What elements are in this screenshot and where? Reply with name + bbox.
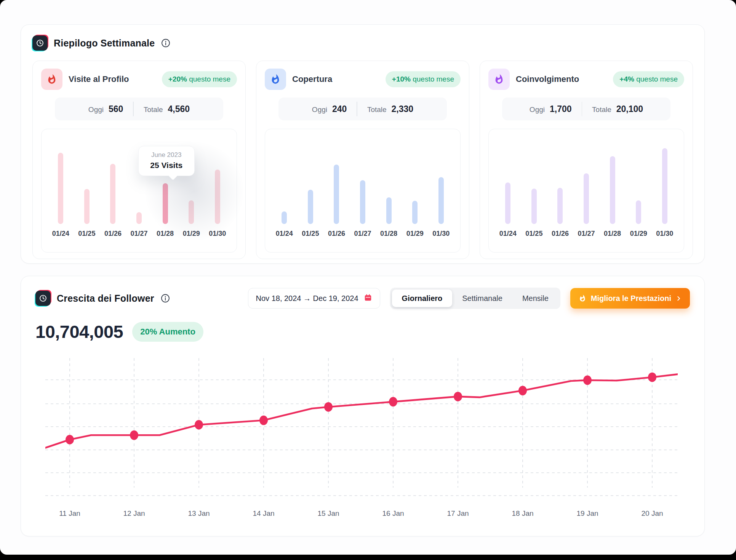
x-axis-label: 15 Jan <box>317 509 339 517</box>
x-axis-label: 16 Jan <box>382 509 404 517</box>
follower-growth-chart[interactable]: 11 Jan12 Jan13 Jan14 Jan15 Jan16 Jan17 J… <box>45 350 690 522</box>
bar[interactable] <box>334 165 339 224</box>
bar-column[interactable]: 01/24 <box>495 182 521 238</box>
metric-cards-row: Visite al Profilo +20% questo mese Oggi … <box>32 61 693 259</box>
bar[interactable] <box>386 197 392 224</box>
bar-column[interactable]: 01/29 <box>626 200 652 238</box>
bar-column[interactable]: 01/29 <box>402 201 428 238</box>
bar-label: 01/26 <box>552 230 569 238</box>
bar-label: 01/30 <box>209 230 226 238</box>
improve-performance-button[interactable]: Migliora le Prestazioni <box>570 288 690 309</box>
stat-label: Totale <box>592 106 611 114</box>
stats-box: Oggi 1,700 Totale 20,100 <box>502 98 670 120</box>
data-point-14-Jan[interactable] <box>259 416 268 425</box>
bar-column[interactable]: 01/25 <box>298 190 324 238</box>
bar-label: 01/29 <box>630 230 647 238</box>
bar[interactable] <box>557 188 563 224</box>
data-point-13-Jan[interactable] <box>195 420 203 430</box>
weekly-summary-header: Riepilogo Settimanale <box>32 35 693 51</box>
cta-label: Migliora le Prestazioni <box>591 294 671 303</box>
bar[interactable] <box>438 177 444 224</box>
info-icon[interactable] <box>161 38 171 48</box>
bar-column[interactable]: 01/27 <box>126 212 152 238</box>
bar-column[interactable]: 01/24 <box>271 211 298 238</box>
bar-column[interactable]: 01/26 <box>323 165 350 238</box>
card-title: Copertura <box>292 74 332 84</box>
bar-label: 01/24 <box>499 230 517 238</box>
bar[interactable] <box>110 164 115 224</box>
bar-column[interactable]: 01/28 <box>599 156 626 238</box>
stat-today: Oggi 240 <box>302 104 357 114</box>
x-axis-label: 19 Jan <box>576 509 598 517</box>
bar-column[interactable]: 01/28 <box>152 183 178 238</box>
data-point-20-Jan[interactable] <box>648 373 656 382</box>
engagement-bar-chart[interactable]: 01/2401/2501/2601/2701/2801/2901/30 <box>488 129 684 253</box>
stat-today: Oggi 1,700 <box>520 104 582 114</box>
bar-label: 01/27 <box>578 230 595 238</box>
bar[interactable] <box>163 183 168 224</box>
trend-text: questo mese <box>636 75 678 83</box>
bar[interactable] <box>58 153 63 224</box>
bar[interactable] <box>282 211 287 224</box>
tab-settimanale[interactable]: Settimanale <box>452 290 512 307</box>
info-icon[interactable] <box>160 293 170 303</box>
bar-label: 01/29 <box>183 230 200 238</box>
window: Riepilogo Settimanale Visite al Profilo … <box>0 0 736 560</box>
stat-total: Totale 4,560 <box>134 104 200 114</box>
bar-label: 01/28 <box>604 230 621 238</box>
card-title: Coinvolgimento <box>516 74 579 84</box>
bar-label: 01/28 <box>157 230 174 238</box>
trend-badge: +20% questo mese <box>162 71 237 87</box>
bar[interactable] <box>136 212 142 224</box>
bar-column[interactable]: 01/29 <box>178 200 205 238</box>
data-point-17-Jan[interactable] <box>454 392 462 401</box>
reach-bar-chart[interactable]: 01/2401/2501/2601/2701/2801/2901/30 <box>265 129 461 253</box>
growth-badge: 20% Aumento <box>132 322 203 342</box>
tab-giornaliero[interactable]: Giornaliero <box>392 290 453 307</box>
bar[interactable] <box>360 180 365 224</box>
bar-column[interactable]: 01/30 <box>428 177 454 238</box>
data-point-16-Jan[interactable] <box>389 397 397 406</box>
data-point-12-Jan[interactable] <box>130 430 138 440</box>
bars: 01/2401/2501/2601/2701/2801/2901/30 <box>495 148 678 238</box>
bar-column[interactable]: 01/27 <box>573 173 600 238</box>
tab-mensile[interactable]: Mensile <box>512 290 558 307</box>
bar-column[interactable]: 01/26 <box>547 188 573 238</box>
bar-column[interactable]: 01/26 <box>100 164 126 238</box>
chart-tooltip: June 2023 25 Visits <box>138 146 195 176</box>
bar[interactable] <box>531 189 537 224</box>
bar[interactable] <box>189 200 194 224</box>
bar[interactable] <box>84 189 90 224</box>
period-tabs: Giornaliero Settimanale Mensile <box>390 288 560 309</box>
bar[interactable] <box>215 170 220 224</box>
trend-badge: +10% questo mese <box>386 71 461 87</box>
bar[interactable] <box>662 148 667 224</box>
trend-text: questo mese <box>189 75 230 83</box>
trend-text: questo mese <box>413 75 454 83</box>
bar[interactable] <box>412 201 418 224</box>
bar[interactable] <box>505 182 510 224</box>
bar-column[interactable]: 01/30 <box>204 170 230 238</box>
bar-column[interactable]: 01/25 <box>74 189 100 238</box>
profile-visits-bar-chart[interactable]: 01/2401/2501/2601/2701/2801/2901/30 June… <box>41 129 237 253</box>
bar-column[interactable]: 01/25 <box>521 189 547 238</box>
tooltip-value: 25 Visits <box>142 161 191 170</box>
bar-label: 01/26 <box>328 230 345 238</box>
stat-value: 1,700 <box>550 104 572 114</box>
bar[interactable] <box>636 200 641 224</box>
bar-column[interactable]: 01/30 <box>651 148 678 238</box>
bar[interactable] <box>308 190 313 224</box>
bars: 01/2401/2501/2601/2701/2801/2901/30 <box>271 165 454 238</box>
bar[interactable] <box>610 156 615 224</box>
data-point-15-Jan[interactable] <box>324 402 333 412</box>
bar[interactable] <box>584 173 589 224</box>
bar-column[interactable]: 01/24 <box>48 153 74 238</box>
bar-label: 01/30 <box>656 230 673 238</box>
data-point-18-Jan[interactable] <box>518 386 527 395</box>
data-point-11-Jan[interactable] <box>66 435 74 445</box>
bar-column[interactable]: 01/28 <box>376 197 402 238</box>
date-range-picker[interactable]: Nov 18, 2024 → Dec 19, 2024 <box>248 288 380 309</box>
bar-column[interactable]: 01/27 <box>350 180 376 238</box>
data-point-19-Jan[interactable] <box>583 376 592 385</box>
followers-summary: 10,704,005 20% Aumento <box>35 321 690 342</box>
